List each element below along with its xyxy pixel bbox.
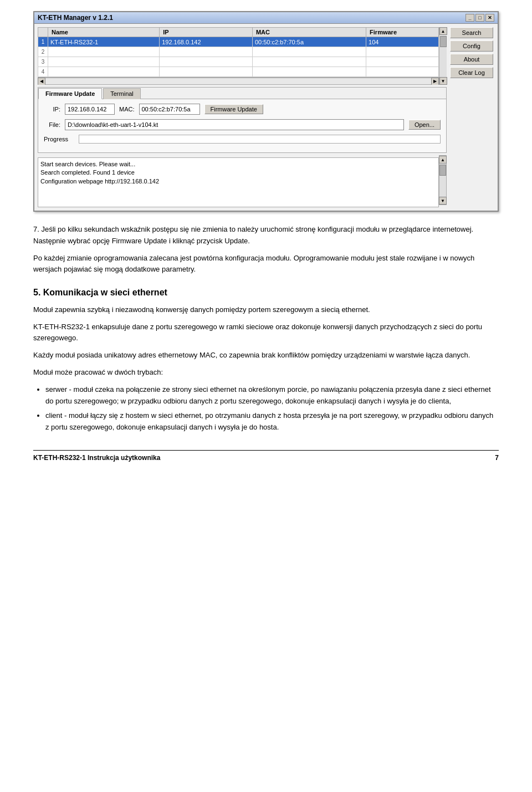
row-mac xyxy=(252,57,366,67)
fw-mac-input[interactable] xyxy=(139,104,200,115)
log-line: Configuration webpage http://192.168.0.1… xyxy=(40,177,436,186)
col-firmware: Firmware xyxy=(366,28,439,37)
row-ip xyxy=(160,57,253,67)
row-mac: 00:50:c2:b7:70:5a xyxy=(252,37,366,47)
row-ip: 192.168.0.142 xyxy=(160,37,253,47)
window-controls: _ □ ✕ xyxy=(466,14,494,22)
vscroll-up-arrow[interactable]: ▲ xyxy=(439,27,447,35)
search-button[interactable]: Search xyxy=(450,27,493,38)
table-wrapper: Name IP MAC Firmware 1 KT-ETH-RS232-1 19… xyxy=(38,27,439,85)
log-area: Start search devices. Please wait...Sear… xyxy=(38,157,439,207)
clear-log-button[interactable]: Clear Log xyxy=(450,67,493,78)
window-titlebar: KT-ETH Manager v 1.2.1 _ □ ✕ xyxy=(34,12,498,24)
about-button[interactable]: About xyxy=(450,54,493,65)
paragraph-2: Po każdej zmianie oprogramowania zalecan… xyxy=(33,253,499,276)
window-title: KT-ETH Manager v 1.2.1 xyxy=(38,14,113,22)
col-mac: MAC xyxy=(252,28,366,37)
firmware-update-button[interactable]: Firmware Update xyxy=(204,104,263,114)
kt-eth-manager-window: KT-ETH Manager v 1.2.1 _ □ ✕ Name IP xyxy=(33,11,499,212)
row-num: 1 xyxy=(38,37,48,47)
fw-progress-row: Progress xyxy=(44,135,441,144)
tab-firmware-update[interactable]: Firmware Update xyxy=(38,88,102,99)
row-name xyxy=(48,57,160,67)
row-firmware xyxy=(366,57,439,67)
log-scrollbar[interactable]: ▲ ▼ xyxy=(439,155,447,205)
table-header-row: Name IP MAC Firmware xyxy=(38,28,439,37)
table-row[interactable]: 4 xyxy=(38,67,439,77)
device-table-container: Name IP MAC Firmware 1 KT-ETH-RS232-1 19… xyxy=(38,27,447,85)
log-lines: Start search devices. Please wait...Sear… xyxy=(40,160,436,186)
fw-open-button[interactable]: Open... xyxy=(408,120,441,130)
fw-ip-input[interactable] xyxy=(65,104,115,115)
fw-file-input[interactable] xyxy=(65,119,404,130)
col-num xyxy=(38,28,48,37)
row-name: KT-ETH-RS232-1 xyxy=(48,37,160,47)
vscroll-down-arrow[interactable]: ▼ xyxy=(439,77,447,85)
log-vscroll-down[interactable]: ▼ xyxy=(439,197,447,205)
tabs-row: Firmware Update Terminal xyxy=(38,88,446,99)
log-line: Search completed. Found 1 device xyxy=(40,168,436,177)
hscroll-track[interactable] xyxy=(45,78,431,85)
config-button[interactable]: Config xyxy=(450,40,493,52)
paragraph-6: Moduł może pracować w dwóch trybach: xyxy=(33,367,499,379)
mode-list: serwer - moduł czeka na połączenie ze st… xyxy=(45,384,499,433)
row-firmware: 104 xyxy=(366,37,439,47)
log-line: Start search devices. Please wait... xyxy=(40,160,436,168)
footer-left: KT-ETH-RS232-1 Instrukcja użytkownika xyxy=(33,454,160,462)
horizontal-scrollbar[interactable]: ◀ ▶ xyxy=(38,77,439,85)
vscroll-thumb[interactable] xyxy=(440,36,447,47)
row-num: 3 xyxy=(38,57,48,67)
log-vscroll-thumb[interactable] xyxy=(439,165,446,176)
maximize-button[interactable]: □ xyxy=(475,14,484,22)
hscroll-left-arrow[interactable]: ◀ xyxy=(38,78,45,85)
hscroll-right-arrow[interactable]: ▶ xyxy=(431,78,439,85)
row-ip xyxy=(160,67,253,77)
row-name xyxy=(48,47,160,57)
row-name xyxy=(48,67,160,77)
window-body: Name IP MAC Firmware 1 KT-ETH-RS232-1 19… xyxy=(34,24,498,211)
minimize-button[interactable]: _ xyxy=(466,14,474,22)
fw-file-row: File: Open... xyxy=(44,119,441,130)
paragraph-3: Moduł zapewnia szybką i niezawodną konwe… xyxy=(33,304,499,316)
table-row[interactable]: 1 KT-ETH-RS232-1 192.168.0.142 00:50:c2:… xyxy=(38,37,439,47)
fw-file-label: File: xyxy=(44,121,60,128)
fw-ip-row: IP: MAC: Firmware Update xyxy=(44,104,441,115)
row-firmware xyxy=(366,67,439,77)
col-ip: IP xyxy=(160,28,253,37)
log-container: Start search devices. Please wait...Sear… xyxy=(38,155,447,207)
vertical-scrollbar[interactable]: ▲ ▼ xyxy=(439,27,447,85)
close-button[interactable]: ✕ xyxy=(485,14,494,22)
row-num: 4 xyxy=(38,67,48,77)
section-title: 5. Komunikacja w sieci ethernet xyxy=(33,285,499,300)
footer-right: 7 xyxy=(495,454,499,462)
bullet-item-1: serwer - moduł czeka na połączenie ze st… xyxy=(45,384,499,407)
row-firmware xyxy=(366,47,439,57)
fw-progress-bar xyxy=(79,135,441,144)
fw-mac-label: MAC: xyxy=(119,106,135,113)
row-mac xyxy=(252,67,366,77)
table-row[interactable]: 3 xyxy=(38,57,439,67)
device-table: Name IP MAC Firmware 1 KT-ETH-RS232-1 19… xyxy=(38,27,439,77)
document-body: 7. Jeśli po kilku sekundach wskaźnik pos… xyxy=(33,224,499,433)
row-ip xyxy=(160,47,253,57)
paragraph-4: KT-ETH-RS232-1 enkapsuluje dane z portu … xyxy=(33,321,499,345)
device-table-area: Name IP MAC Firmware 1 KT-ETH-RS232-1 19… xyxy=(38,27,447,207)
table-row[interactable]: 2 xyxy=(38,47,439,57)
fw-progress-label: Progress xyxy=(44,136,74,142)
fw-ip-label: IP: xyxy=(44,106,60,113)
paragraph-1: 7. Jeśli po kilku sekundach wskaźnik pos… xyxy=(33,224,499,247)
tab-area: Firmware Update Terminal IP: MAC: Firmwa… xyxy=(38,87,447,153)
log-vscroll-up[interactable]: ▲ xyxy=(439,156,447,163)
document-footer: KT-ETH-RS232-1 Instrukcja użytkownika 7 xyxy=(33,450,499,462)
paragraph-5: Każdy moduł posiada unikatowy adres ethe… xyxy=(33,350,499,361)
bullet-item-2: client - moduł łączy się z hostem w siec… xyxy=(45,410,499,433)
tab-terminal[interactable]: Terminal xyxy=(103,88,141,99)
col-name: Name xyxy=(48,28,160,37)
row-mac xyxy=(252,47,366,57)
right-buttons-panel: Search Config About Clear Log xyxy=(450,27,494,207)
row-num: 2 xyxy=(38,47,48,57)
firmware-panel: IP: MAC: Firmware Update File: Open... P… xyxy=(38,99,446,152)
